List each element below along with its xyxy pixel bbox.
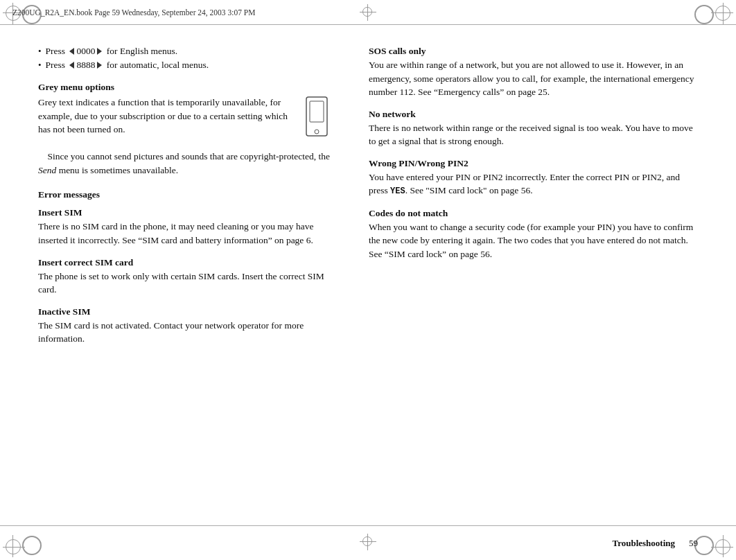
footer-number: 59 bbox=[689, 538, 698, 549]
inactive-sim-body: The SIM card is not activated. Contact y… bbox=[38, 319, 341, 346]
grey-menu-text2: Since you cannot send pictures and sound… bbox=[38, 151, 330, 175]
press-label-1: Press bbox=[46, 46, 66, 57]
sos-calls-heading: SOS calls only bbox=[369, 46, 698, 57]
key-value-2: 8888 bbox=[76, 60, 95, 71]
codes-no-match-body: When you want to change a security code … bbox=[369, 220, 698, 261]
wrong-pin-body: You have entered your PIN or PIN2 incorr… bbox=[369, 170, 698, 198]
insert-correct-sim-heading: Insert correct SIM card bbox=[38, 257, 341, 268]
arrow-left-1 bbox=[69, 48, 74, 55]
header-text: Z200UG_R2A_EN.book Page 59 Wednesday, Se… bbox=[12, 8, 255, 17]
bottom-center-mark bbox=[360, 534, 376, 550]
footer-text: Troubleshooting 59 bbox=[612, 538, 698, 549]
codes-no-match-heading: Codes do not match bbox=[369, 208, 698, 219]
wrong-pin-heading: Wrong PIN/Wrong PIN2 bbox=[369, 158, 698, 169]
svg-rect-0 bbox=[310, 101, 324, 122]
phone-icon-container bbox=[299, 96, 334, 141]
arrow-left-2 bbox=[69, 62, 74, 69]
bullet-item-2: • Press 8888 for automatic, local menus. bbox=[38, 60, 341, 71]
key-suffix-2: for automatic, local menus. bbox=[107, 60, 209, 71]
left-column: • Press 0000 for English menus. • Press … bbox=[38, 46, 355, 511]
bullet-dot-1: • bbox=[38, 46, 42, 57]
inactive-sim-heading: Inactive SIM bbox=[38, 306, 341, 317]
sos-calls-body: You are within range of a network, but y… bbox=[369, 58, 698, 99]
svg-point-1 bbox=[315, 130, 319, 134]
phone-icon bbox=[299, 96, 334, 137]
bullet-dot-2: • bbox=[38, 60, 42, 71]
footer-label: Troubleshooting bbox=[612, 538, 675, 549]
error-messages-heading: Error messages bbox=[38, 189, 341, 200]
key-suffix-1: for English menus. bbox=[107, 46, 177, 57]
grey-menu-heading: Grey menu options bbox=[38, 82, 341, 93]
no-network-body: There is no network within range or the … bbox=[369, 121, 698, 148]
grey-menu-body: Grey text indicates a function that is t… bbox=[38, 96, 341, 177]
main-content: • Press 0000 for English menus. • Press … bbox=[0, 25, 736, 525]
grey-menu-text: Grey text indicates a function that is t… bbox=[38, 97, 288, 134]
right-column: SOS calls only You are within range of a… bbox=[355, 46, 698, 511]
yes-keyword: YES bbox=[390, 186, 405, 196]
arrow-right-1 bbox=[97, 48, 102, 55]
press-key-2: Press 8888 for automatic, local menus. bbox=[46, 60, 209, 71]
bullet-item-1: • Press 0000 for English menus. bbox=[38, 46, 341, 57]
no-network-heading: No network bbox=[369, 109, 698, 120]
header-bar: Z200UG_R2A_EN.book Page 59 Wednesday, Se… bbox=[0, 0, 736, 25]
press-label-2: Press bbox=[46, 60, 66, 71]
bullet-list: • Press 0000 for English menus. • Press … bbox=[38, 46, 341, 71]
arrow-right-2 bbox=[97, 62, 102, 69]
press-key-1: Press 0000 for English menus. bbox=[46, 46, 178, 57]
insert-correct-sim-body: The phone is set to work only with certa… bbox=[38, 270, 341, 297]
key-value-1: 0000 bbox=[76, 46, 95, 57]
insert-sim-body: There is no SIM card in the phone, it ma… bbox=[38, 220, 341, 247]
insert-sim-heading: Insert SIM bbox=[38, 207, 341, 218]
